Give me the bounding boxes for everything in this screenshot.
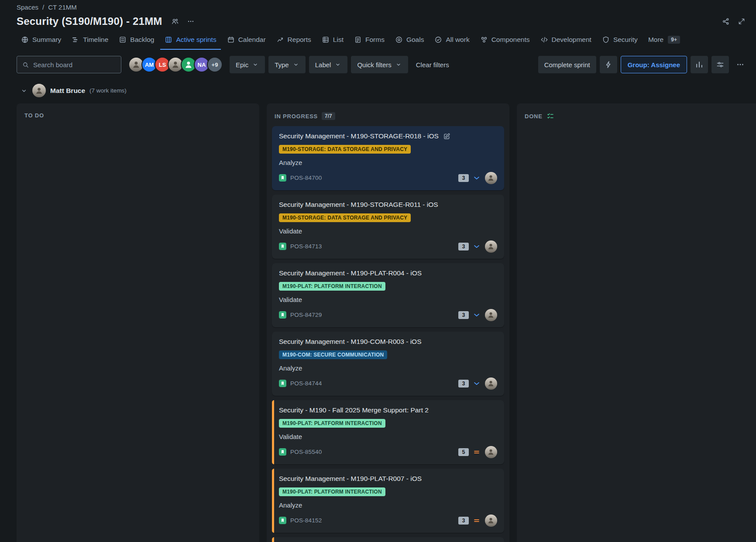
priority-low-icon [473,243,481,250]
allwork-icon [434,36,442,44]
clear-filters-button[interactable]: Clear filters [412,61,454,69]
tab-label: Components [491,36,530,44]
board-icon [165,36,172,44]
board-card[interactable]: Security Management - M190-STORAGE-R018 … [272,126,504,190]
card-footer: POS-855405 [279,446,497,458]
filter-label: Epic [236,61,248,69]
column-title: TO DO [24,112,44,119]
story-icon [279,311,286,319]
epic-label: M190-COM: SECURE COMMUNICATION [279,350,387,359]
tab-more[interactable]: More9+ [644,31,684,50]
tab-backlog[interactable]: Backlog [114,31,158,50]
assignee-avatar[interactable] [485,240,497,253]
card-title: Security Management - M190-PLAT-R007 - i… [279,474,422,484]
tab-calendar[interactable]: Calendar [223,31,270,50]
title-row: Security (S190/M190) - 21MM [17,15,748,28]
filter-label: Type [275,61,289,69]
tab-security[interactable]: Security [598,31,642,50]
timeline-icon [72,36,79,44]
filter-label-button[interactable]: Label [309,56,348,73]
expand-icon [738,17,746,25]
assignee-avatar[interactable] [485,172,497,184]
collaborators-icon [171,17,179,25]
board-card[interactable]: Security Management - M190-PLAT-R004 - i… [272,263,504,327]
person-icon [184,60,193,69]
priority-low-icon [473,380,481,388]
filter-quick-filters-button[interactable]: Quick filters [351,56,408,73]
tab-active-sprints[interactable]: Active sprints [160,31,220,50]
assignee-avatar[interactable] [485,309,497,321]
title-more-button[interactable] [184,15,197,28]
assignee-avatar-stack: AMLSNA+9 [128,57,223,72]
board-card[interactable] [272,537,504,542]
card-stage: Validate [279,433,497,440]
tab-reports[interactable]: Reports [272,31,316,50]
card-title: Security Management - M190-STORAGE-R018 … [279,132,439,141]
tab-all-work[interactable]: All work [430,31,474,50]
column-done: DONE [517,103,756,542]
share-icon [722,17,730,25]
tab-label: Security [613,36,638,44]
person-icon [487,174,495,182]
edit-summary-button[interactable] [443,132,451,141]
automation-button[interactable] [600,56,617,73]
swimlane-header: Matt Bruce (7 work items) [0,84,756,97]
tab-summary[interactable]: Summary [17,31,65,50]
fullscreen-button[interactable] [735,15,748,28]
search-input[interactable] [33,61,116,69]
insights-button[interactable] [691,56,708,73]
tab-components[interactable]: Components [476,31,534,50]
filter-epic-button[interactable]: Epic [230,56,265,73]
group-by-button[interactable]: Group: Assignee [621,56,687,73]
complete-sprint-button[interactable]: Complete sprint [538,56,596,73]
tab-label: Summary [32,36,61,44]
assignee-avatar[interactable] [485,377,497,390]
card-list [17,124,259,542]
board-more-button[interactable] [732,57,748,72]
view-settings-button[interactable] [711,56,729,73]
epic-label: M190-PLAT: PLATFORM INTERACTION [279,419,385,428]
filter-label: Label [315,61,331,69]
story-icon [279,243,286,250]
share-button[interactable] [719,15,732,28]
filter-type-button[interactable]: Type [268,56,306,73]
chevron-down-icon [252,61,259,68]
card-title: Security Management - M190-STORAGE-R011 … [279,200,438,209]
issue-key: POS-84713 [290,243,322,250]
tab-goals[interactable]: Goals [391,31,429,50]
assignee-avatar[interactable] [485,446,497,458]
tab-list[interactable]: List [317,31,348,50]
column-count-badge: 7/7 [322,112,335,120]
tab-development[interactable]: Development [536,31,596,50]
globe-icon [21,36,29,44]
insights-icon [695,60,704,69]
collapse-group-button[interactable] [20,87,28,95]
epic-label: M190-STORAGE: DATA STORAGE AND PRIVACY [279,145,411,154]
lightning-icon [604,60,613,69]
person-icon [487,448,495,456]
tab-forms[interactable]: Forms [350,31,389,50]
board-card[interactable]: Security Management - M190-PLAT-R007 - i… [272,469,504,533]
sliders-icon [716,60,725,69]
board-card[interactable]: Security - M190 - Fall 2025 Merge Suppor… [272,400,504,464]
board-card[interactable]: Security Management - M190-STORAGE-R011 … [272,195,504,259]
chevron-down-icon [292,61,299,68]
search-board [17,56,121,73]
assignee-avatar[interactable] [485,515,497,527]
card-footer: POS-847133 [279,240,497,253]
calendar-icon [227,36,235,44]
card-stage: Analyze [279,159,497,166]
avatar-overflow-count[interactable]: +9 [207,57,223,72]
tab-label: Goals [406,36,424,44]
story-icon [279,174,286,182]
card-stage: Validate [279,227,497,235]
forms-icon [354,36,362,44]
chevron-down-icon [334,61,341,68]
tab-timeline[interactable]: Timeline [67,31,113,50]
card-title-row: Security Management - M190-COM-R003 - iO… [279,337,497,346]
breadcrumb: Spaces / CT 21MM [17,3,748,11]
collaborators-button[interactable] [168,15,182,28]
breadcrumb-spaces[interactable]: Spaces [17,3,38,11]
breadcrumb-project[interactable]: CT 21MM [48,3,77,11]
board-card[interactable]: Security Management - M190-COM-R003 - iO… [272,332,504,396]
